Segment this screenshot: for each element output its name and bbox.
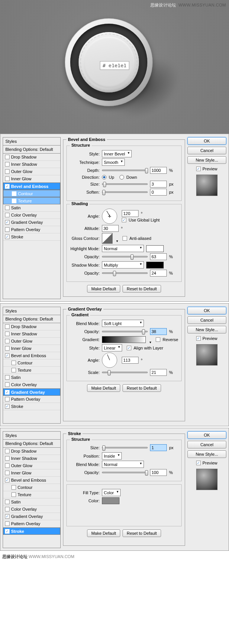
angle-input[interactable] xyxy=(122,357,139,364)
soften-slider[interactable] xyxy=(102,191,148,193)
reset-default-button[interactable]: Reset to Default xyxy=(123,384,161,392)
stroke-color-swatch[interactable] xyxy=(102,497,119,504)
highlight-opacity-input[interactable] xyxy=(150,253,167,260)
stroke-blend-select[interactable]: Normal xyxy=(102,461,144,468)
shadow-mode-select[interactable]: Multiply xyxy=(102,261,144,269)
style-pattern-overlay[interactable]: Pattern Overlay xyxy=(3,396,60,403)
highlight-mode-select[interactable]: Normal xyxy=(102,245,144,252)
style-stroke[interactable]: Stroke xyxy=(3,403,60,410)
shadow-color-swatch[interactable] xyxy=(146,262,164,269)
style-bevel-emboss[interactable]: Bevel and Emboss xyxy=(3,477,60,484)
gloss-contour-swatch[interactable] xyxy=(102,233,113,244)
style-bevel-emboss[interactable]: Bevel and Emboss xyxy=(3,183,60,190)
ok-button[interactable]: OK xyxy=(187,431,226,439)
align-layer-checkbox[interactable] xyxy=(127,346,131,350)
new-style-button[interactable]: New Style... xyxy=(187,450,226,458)
style-drop-shadow[interactable]: Drop Shadow xyxy=(3,323,60,330)
shadow-opacity-slider[interactable] xyxy=(102,272,148,274)
new-style-button[interactable]: New Style... xyxy=(187,326,226,333)
opacity-slider[interactable] xyxy=(102,331,148,332)
style-bevel-emboss[interactable]: Bevel and Emboss xyxy=(3,352,60,359)
soften-input[interactable] xyxy=(150,189,167,196)
style-inner-glow[interactable]: Inner Glow xyxy=(3,345,60,352)
reverse-checkbox[interactable] xyxy=(156,337,160,342)
style-satin[interactable]: Satin xyxy=(3,498,60,506)
style-select[interactable]: Inner Bevel xyxy=(102,150,132,157)
blending-options-header[interactable]: Blending Options: Default xyxy=(3,146,60,154)
ok-button[interactable]: OK xyxy=(187,137,226,145)
style-drop-shadow[interactable]: Drop Shadow xyxy=(3,448,60,455)
style-inner-shadow[interactable]: Inner Shadow xyxy=(3,161,60,168)
reset-default-button[interactable]: Reset to Default xyxy=(123,529,161,537)
gradient-style-select[interactable]: Linear xyxy=(102,344,122,351)
style-color-overlay[interactable]: Color Overlay xyxy=(3,212,60,219)
style-satin[interactable]: Satin xyxy=(3,374,60,381)
stroke-opacity-input[interactable] xyxy=(150,469,167,476)
style-outer-glow[interactable]: Outer Glow xyxy=(3,462,60,469)
stroke-opacity-slider[interactable] xyxy=(102,472,148,473)
angle-input[interactable] xyxy=(122,210,139,217)
angle-dial[interactable] xyxy=(102,209,117,224)
style-stroke[interactable]: Stroke xyxy=(3,527,60,535)
style-pattern-overlay[interactable]: Pattern Overlay xyxy=(3,226,60,233)
scale-input[interactable] xyxy=(150,369,167,376)
style-outer-glow[interactable]: Outer Glow xyxy=(3,338,60,345)
style-gradient-overlay[interactable]: Gradient Overlay xyxy=(3,388,60,396)
stroke-size-input[interactable] xyxy=(150,444,167,451)
cancel-button[interactable]: Cancel xyxy=(187,441,226,448)
style-inner-glow[interactable]: Inner Glow xyxy=(3,175,60,183)
style-stroke[interactable]: Stroke xyxy=(3,233,60,241)
new-style-button[interactable]: New Style... xyxy=(187,156,226,164)
style-pattern-overlay[interactable]: Pattern Overlay xyxy=(3,520,60,527)
preview-checkbox[interactable] xyxy=(196,167,201,171)
make-default-button[interactable]: Make Default xyxy=(87,529,120,537)
style-satin[interactable]: Satin xyxy=(3,204,60,212)
preview-checkbox[interactable] xyxy=(196,336,201,341)
style-texture[interactable]: Texture xyxy=(3,197,60,204)
style-contour[interactable]: Contour xyxy=(3,190,60,197)
make-default-button[interactable]: Make Default xyxy=(87,285,120,293)
style-texture[interactable]: Texture xyxy=(3,491,60,498)
gradient-swatch[interactable] xyxy=(102,336,146,343)
opacity-input[interactable] xyxy=(150,328,167,335)
style-inner-shadow[interactable]: Inner Shadow xyxy=(3,455,60,462)
technique-select[interactable]: Smooth xyxy=(102,159,125,166)
ok-button[interactable]: OK xyxy=(187,307,226,314)
fill-type-select[interactable]: Color xyxy=(102,489,121,496)
depth-slider[interactable] xyxy=(102,170,148,171)
highlight-color-swatch[interactable] xyxy=(146,245,164,252)
stroke-settings: Stroke Structure Size:px Position:Inside… xyxy=(63,431,185,548)
stroke-size-slider[interactable] xyxy=(102,447,148,448)
depth-input[interactable] xyxy=(150,167,167,174)
style-color-overlay[interactable]: Color Overlay xyxy=(3,381,60,388)
style-gradient-overlay[interactable]: Gradient Overlay xyxy=(3,513,60,520)
highlight-opacity-slider[interactable] xyxy=(102,256,148,257)
position-select[interactable]: Inside xyxy=(102,452,122,460)
style-inner-glow[interactable]: Inner Glow xyxy=(3,469,60,477)
scale-slider[interactable] xyxy=(102,372,148,373)
reset-default-button[interactable]: Reset to Default xyxy=(123,285,161,293)
style-inner-shadow[interactable]: Inner Shadow xyxy=(3,330,60,338)
style-color-overlay[interactable]: Color Overlay xyxy=(3,506,60,513)
style-texture[interactable]: Texture xyxy=(3,367,60,374)
preview-swatch xyxy=(196,175,218,196)
style-contour[interactable]: Contour xyxy=(3,359,60,367)
style-gradient-overlay[interactable]: Gradient Overlay xyxy=(3,219,60,226)
altitude-input[interactable] xyxy=(102,225,119,232)
blend-mode-select[interactable]: Soft Light xyxy=(102,320,144,327)
cancel-button[interactable]: Cancel xyxy=(187,316,226,324)
size-slider[interactable] xyxy=(102,183,148,185)
shadow-opacity-input[interactable] xyxy=(150,270,167,277)
style-drop-shadow[interactable]: Drop Shadow xyxy=(3,154,60,161)
antialias-checkbox[interactable] xyxy=(123,236,127,241)
style-contour[interactable]: Contour xyxy=(3,484,60,491)
direction-up-radio[interactable] xyxy=(102,175,106,180)
style-outer-glow[interactable]: Outer Glow xyxy=(3,168,60,175)
global-light-checkbox[interactable] xyxy=(122,218,126,222)
direction-down-radio[interactable] xyxy=(119,175,124,180)
size-input[interactable] xyxy=(150,181,167,188)
angle-dial[interactable] xyxy=(102,353,117,368)
cancel-button[interactable]: Cancel xyxy=(187,147,226,154)
make-default-button[interactable]: Make Default xyxy=(87,384,120,392)
preview-checkbox[interactable] xyxy=(196,461,201,465)
